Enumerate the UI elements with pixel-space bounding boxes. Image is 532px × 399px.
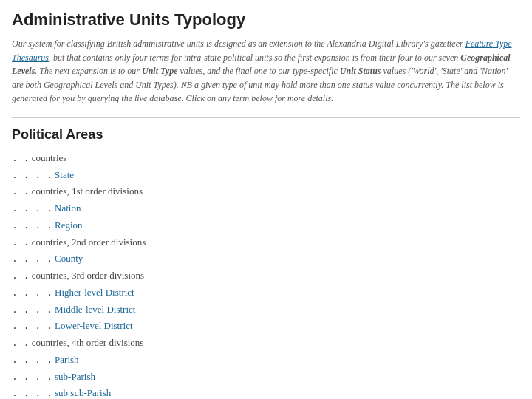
tree-category-label: countries, 1st order divisions [29,185,142,197]
tree-category-label: countries [29,152,66,163]
tree-category-label: countries, 2nd order divisions [29,236,146,248]
intro-text-4: values, and the final one to our type-sp… [178,66,340,76]
tree-link-item[interactable]: Parish [52,354,79,365]
list-item: . . countries, 4th order divisions [12,335,520,352]
tree-link-item[interactable]: Middle-level District [52,304,136,315]
tree-list: . . countries. . . . State. . countries,… [12,150,520,399]
list-item: . . countries, 1st order divisions [12,183,520,200]
list-item: . . . . sub sub-Parish [12,385,520,399]
tree-dots: . . [12,236,29,248]
list-item: . . countries, 2nd order divisions [12,234,520,251]
list-item: . . . . Lower-level District [12,318,520,335]
tree-category-label: countries, 3rd order divisions [29,270,144,281]
list-item: . . countries [12,150,520,167]
tree-dots: . . [12,270,29,281]
intro-text: Our system for classifying British admin… [12,37,520,106]
tree-dots: . . . . [12,202,52,214]
intro-text-2: , but that contains only four terms for … [49,52,460,63]
list-item: . . . . Parish [12,352,520,369]
intro-text-3: . The next expansion is to our [35,66,142,76]
tree-dots: . . . . [12,304,52,315]
tree-dots: . . . . [12,287,52,298]
tree-dots: . . [12,185,29,197]
intro-text-1: Our system for classifying British admin… [12,38,466,49]
tree-dots: . . . . [12,169,52,180]
tree-link-item[interactable]: Lower-level District [52,320,133,331]
tree-dots: . . [12,337,29,348]
tree-link-item[interactable]: State [52,169,74,180]
list-item: . . . . Middle-level District [12,301,520,318]
list-item: . . . . sub-Parish [12,369,520,386]
list-item: . . . . Higher-level District [12,284,520,301]
tree-dots: . . . . [12,219,52,231]
tree-dots: . . . . [12,253,52,264]
divider [12,117,520,118]
tree-link-item[interactable]: sub sub-Parish [52,387,111,398]
list-item: . . . . State [12,167,520,184]
tree-link-item[interactable]: County [52,253,83,264]
tree-category-label: countries, 4th order divisions [29,337,143,348]
list-item: . . . . County [12,250,520,267]
unit-status-strong: Unit Status [340,66,381,76]
list-item: . . . . Region [12,217,520,234]
unit-type-strong: Unit Type [142,66,178,76]
tree-link-item[interactable]: sub-Parish [52,371,95,382]
list-item: . . countries, 3rd order divisions [12,267,520,284]
tree-dots: . . . . [12,371,52,382]
tree-dots: . . . . [12,354,52,365]
tree-link-item[interactable]: Nation [52,202,81,214]
tree-dots: . . . . [12,320,52,331]
section-title: Political Areas [12,127,520,143]
tree-dots: . . [12,152,29,163]
page-title: Administrative Units Typology [12,10,520,30]
tree-dots: . . . . [12,387,52,398]
tree-link-item[interactable]: Higher-level District [52,287,134,298]
tree-link-item[interactable]: Region [52,219,83,231]
list-item: . . . . Nation [12,200,520,217]
